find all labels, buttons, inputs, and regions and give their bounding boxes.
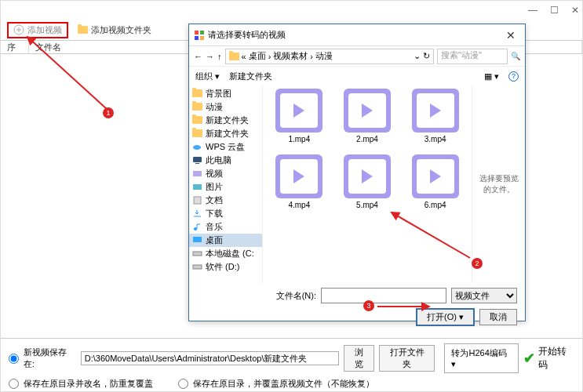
file-item[interactable]: 2.mp4 — [334, 89, 401, 153]
tree-item-label: 新建文件夹 — [206, 114, 249, 126]
save-to-label: 新视频保存在: — [24, 347, 76, 370]
browse-button[interactable]: 浏览 — [344, 345, 374, 372]
close-button[interactable]: ✕ — [571, 5, 579, 16]
opt2-label: 保存在原目录，并覆盖原视频文件（不能恢复） — [193, 378, 374, 390]
search-input[interactable]: 搜索"动漫" — [437, 49, 508, 64]
desktop-icon — [192, 236, 202, 245]
tree-item-label: 软件 (D:) — [206, 261, 239, 273]
new-folder-button[interactable]: 新建文件夹 — [229, 71, 272, 82]
nav-up-button[interactable]: ↑ — [217, 52, 222, 61]
file-name-label: 4.mp4 — [288, 201, 310, 209]
svg-rect-4 — [195, 36, 199, 40]
start-button[interactable]: ✔ 开始转码 — [523, 345, 574, 372]
tree-item-label: WPS 云盘 — [206, 141, 245, 153]
video-thumb-icon — [344, 89, 391, 132]
dialog-close-button[interactable]: ✕ — [501, 29, 520, 42]
file-dialog: 请选择要转码的视频 ✕ ← → ↑ « 桌面 › 视频素材 › 动漫 ⌄ ↻ 搜… — [188, 24, 526, 321]
annotation-marker-1: 1 — [103, 107, 114, 118]
tree-item-label: 视频 — [206, 168, 223, 180]
view-mode-button[interactable]: ▦ ▾ — [484, 71, 499, 82]
filename-input[interactable] — [321, 288, 446, 303]
tree-item[interactable]: 视频 — [189, 167, 262, 180]
dialog-toolbar: 组织 ▾ 新建文件夹 ▦ ▾ ? — [189, 67, 525, 85]
svg-rect-9 — [193, 171, 202, 176]
breadcrumb-folder-icon — [229, 53, 239, 60]
music-icon — [192, 223, 202, 231]
svg-point-6 — [193, 145, 201, 150]
pic-icon — [192, 183, 202, 191]
start-label: 开始转码 — [538, 345, 574, 372]
dialog-nav: ← → ↑ « 桌面 › 视频素材 › 动漫 ⌄ ↻ 搜索"动漫" 🔍 — [189, 46, 525, 67]
svg-rect-5 — [200, 36, 204, 40]
tree-item[interactable]: 动漫 — [189, 100, 262, 114]
dialog-titlebar: 请选择要转码的视频 ✕ — [189, 24, 525, 46]
opt1-radio[interactable] — [9, 379, 19, 389]
folder-icon — [192, 89, 202, 98]
tree-item[interactable]: 此电脑 — [189, 154, 262, 167]
tree-item[interactable]: 桌面 — [189, 234, 262, 247]
nav-forward-button[interactable]: → — [206, 52, 214, 61]
file-name-label: 3.mp4 — [424, 135, 446, 143]
nav-refresh-button[interactable]: ↻ — [423, 51, 430, 61]
svg-rect-2 — [195, 31, 199, 34]
save-to-radio[interactable] — [9, 354, 19, 364]
tree-item[interactable]: 文档 — [189, 194, 262, 207]
cancel-button[interactable]: 取消 — [479, 309, 517, 325]
tree-item[interactable]: 本地磁盘 (C: — [189, 247, 262, 260]
tree-item[interactable]: 软件 (D:) — [189, 260, 262, 274]
tree-item-label: 动漫 — [206, 101, 223, 113]
col-index[interactable]: 序号 — [1, 41, 29, 53]
file-name-label: 2.mp4 — [356, 135, 378, 143]
tree-item[interactable]: 背景图 — [189, 87, 262, 100]
breadcrumb[interactable]: « 桌面 › 视频素材 › 动漫 ⌄ ↻ — [225, 49, 435, 64]
maximize-button[interactable]: ☐ — [550, 5, 559, 16]
svg-rect-14 — [193, 252, 202, 256]
video-thumb-icon — [275, 154, 322, 198]
preview-pane: 选择要预览的文件。 — [472, 85, 525, 283]
file-item[interactable]: 6.mp4 — [402, 154, 468, 219]
file-item[interactable]: 5.mp4 — [334, 154, 401, 219]
add-folder-button[interactable]: 添加视频文件夹 — [78, 24, 151, 36]
nav-back-button[interactable]: ← — [194, 52, 202, 61]
tree-item[interactable]: WPS 云盘 — [189, 140, 262, 154]
svg-rect-7 — [193, 157, 202, 162]
file-item[interactable]: 3.mp4 — [402, 89, 468, 153]
encode-select[interactable]: 转为H264编码 ▾ — [444, 343, 519, 373]
tree-item[interactable]: 音乐 — [189, 220, 262, 234]
folder-tree: 背景图动漫新建文件夹新建文件夹WPS 云盘此电脑视频图片文档下载音乐桌面本地磁盘… — [189, 85, 263, 283]
file-grid: 1.mp42.mp43.mp44.mp45.mp46.mp4 — [263, 85, 472, 283]
filetype-select[interactable]: 视频文件 — [451, 288, 517, 303]
video-icon — [192, 169, 202, 178]
tree-item[interactable]: 图片 — [189, 180, 262, 194]
tree-item[interactable]: 新建文件夹 — [189, 127, 262, 140]
organize-menu[interactable]: 组织 ▾ — [195, 71, 220, 82]
titlebar: — ☐ ✕ — [1, 1, 582, 20]
nav-dropdown-icon[interactable]: ⌄ — [414, 51, 421, 61]
file-item[interactable]: 1.mp4 — [266, 89, 333, 153]
file-item[interactable]: 4.mp4 — [266, 154, 333, 219]
tree-item-label: 文档 — [206, 194, 223, 206]
cloud-icon — [192, 143, 202, 151]
video-thumb-icon — [344, 154, 391, 198]
add-video-button[interactable]: 添加视频 — [7, 22, 68, 38]
help-button[interactable]: ? — [508, 71, 519, 82]
svg-rect-8 — [195, 163, 199, 164]
svg-rect-15 — [193, 265, 202, 269]
tree-item-label: 本地磁盘 (C: — [206, 248, 254, 260]
search-icon[interactable]: 🔍 — [511, 52, 520, 60]
tree-item-label: 此电脑 — [206, 154, 231, 166]
tree-item[interactable]: 下载 — [189, 207, 262, 220]
tree-item[interactable]: 新建文件夹 — [189, 114, 262, 127]
file-name-label: 1.mp4 — [288, 135, 310, 143]
open-folder-button[interactable]: 打开文件夹 — [379, 345, 435, 372]
file-area: 1.mp42.mp43.mp44.mp45.mp46.mp4 选择要预览的文件。 — [263, 85, 525, 283]
folder-icon — [78, 26, 88, 34]
file-name-label: 5.mp4 — [356, 201, 378, 209]
dialog-body: 背景图动漫新建文件夹新建文件夹WPS 云盘此电脑视频图片文档下载音乐桌面本地磁盘… — [189, 85, 525, 283]
folder-icon — [192, 116, 202, 125]
open-button[interactable]: 打开(O) ▾ — [416, 308, 475, 326]
opt2-radio[interactable] — [178, 379, 188, 389]
minimize-button[interactable]: — — [528, 5, 537, 16]
video-thumb-icon — [412, 89, 459, 132]
save-path-input[interactable] — [81, 351, 339, 365]
